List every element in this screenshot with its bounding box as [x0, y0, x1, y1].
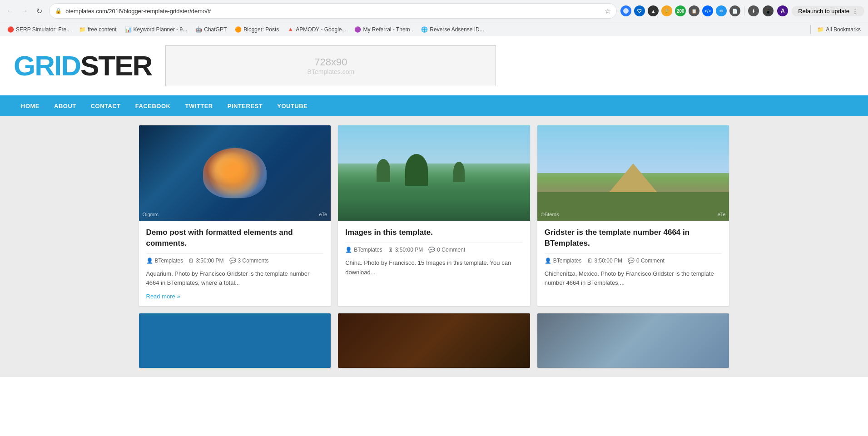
ad-size-text: 728x90 [314, 56, 347, 68]
bookmark-star-button[interactable]: ☆ [605, 7, 611, 15]
relaunch-menu-icon: ⋮ [852, 8, 858, 15]
bookmark-keyword-label: Keyword Planner - 9... [134, 26, 188, 33]
post-meta-2: 👤 BTemplates 🗓 3:50:00 PM 💬 0 Comment [345, 243, 523, 253]
nav-home[interactable]: HOME [14, 95, 47, 116]
post-meta-1: 👤 BTemplates 🗓 3:50:00 PM 💬 3 Comments [146, 253, 324, 264]
bookmark-chatgpt[interactable]: 🤖 ChatGPT [192, 25, 230, 34]
nav-about[interactable]: ABOUT [47, 95, 84, 116]
post-excerpt-1: Aquarium. Photo by Francisco.Gridster is… [146, 269, 324, 288]
post-card-1: eTe Oigmrc Demo post with formatted elem… [139, 125, 331, 306]
browser-toolbar: ← → ↻ 🔒 ☆ 🛡 ▲ 🔒 200 📋 [0, 0, 868, 22]
back-button[interactable]: ← [4, 5, 16, 17]
bookmarks-separator [810, 25, 811, 34]
bookmark-blogger-label: Blogger: Posts [243, 26, 279, 33]
extension-icon-9[interactable]: 📄 [729, 5, 740, 16]
browser-chrome: ← → ↻ 🔒 ☆ 🛡 ▲ 🔒 200 📋 [0, 0, 868, 36]
forward-button[interactable]: → [18, 5, 31, 17]
bookmark-serp[interactable]: 🔴 SERP Simulator: Fre... [4, 25, 74, 34]
site-logo: GRIDSTER [14, 52, 152, 80]
post-meta-3: 👤 BTemplates 🗓 3:50:00 PM 💬 0 Comment [545, 253, 722, 264]
post-image-1: eTe Oigmrc [139, 125, 331, 221]
post-image-5 [338, 313, 530, 368]
all-bookmarks-label: All Bookmarks [826, 26, 861, 33]
post-time-3: 🗓 3:50:00 PM [587, 258, 622, 264]
bookmarks-right: 📁 All Bookmarks [810, 25, 864, 34]
clock-icon-1: 🗓 [188, 258, 194, 264]
person-icon-1: 👤 [146, 258, 153, 264]
post-title-2: Images in this template. [345, 227, 523, 238]
browser-extension-icons: 🛡 ▲ 🔒 200 📋 </> ✉ 📄 [620, 5, 740, 16]
read-more-1[interactable]: Read more » [146, 293, 180, 300]
bookmark-reverse-label: Reverse Adsense ID... [430, 26, 484, 33]
post-comments-2: 💬 0 Comment [428, 247, 465, 253]
relaunch-button[interactable]: Relaunch to update ⋮ [792, 6, 864, 16]
bookmark-apmody-label: APMODY - Google... [296, 26, 346, 33]
bookmark-free-content-label: free content [88, 26, 116, 33]
address-input[interactable] [65, 8, 601, 15]
post-image-4 [139, 313, 331, 368]
referral-favicon: 🟣 [354, 26, 361, 33]
svg-point-0 [623, 8, 629, 14]
keyword-favicon: 📊 [125, 26, 132, 33]
clock-icon-2: 🗓 [388, 247, 393, 253]
nav-twitter[interactable]: TWITTER [178, 95, 220, 116]
extension-icon-6[interactable]: 📋 [689, 5, 699, 16]
download-icon[interactable]: ⬇ [748, 5, 759, 16]
post-time-2: 🗓 3:50:00 PM [388, 247, 423, 253]
ad-banner: 728x90 BTemplates.com [165, 45, 496, 86]
apmody-favicon: 🔺 [287, 26, 294, 33]
comment-icon-1: 💬 [229, 258, 236, 264]
post-excerpt-3: Chichenitza, Mexico. Photo by Francisco.… [545, 269, 722, 288]
extension-icon-5[interactable]: 200 [675, 5, 686, 16]
site-header: GRIDSTER 728x90 BTemplates.com [0, 36, 868, 95]
post-body-3: Gridster is the template number 4664 in … [537, 221, 729, 299]
post-author-2: 👤 BTemplates [345, 247, 382, 253]
post-image-6 [537, 313, 729, 368]
bookmark-blogger[interactable]: 🟠 Blogger: Posts [231, 25, 283, 34]
nav-facebook[interactable]: FACEBOOK [128, 95, 178, 116]
blogger-favicon: 🟠 [235, 26, 242, 33]
post-card-3: eTe ©Bterds Gridster is the template num… [537, 125, 729, 306]
nav-pinterest[interactable]: PINTEREST [220, 95, 270, 116]
address-bar-container: 🔒 ☆ [49, 3, 617, 19]
post-card-2: Images in this template. 👤 BTemplates 🗓 … [338, 125, 530, 306]
profile-icon[interactable]: A [777, 5, 788, 16]
extension-icon-3[interactable]: ▲ [648, 5, 659, 16]
nav-youtube[interactable]: YOUTUBE [270, 95, 315, 116]
nav-buttons: ← → ↻ [4, 5, 45, 17]
logo-grid-text: GRID [14, 50, 80, 81]
tablet-icon[interactable]: 📱 [763, 5, 774, 16]
nav-contact[interactable]: CONTACT [84, 95, 128, 116]
post-time-1: 🗓 3:50:00 PM [188, 258, 223, 264]
post-author-1: 👤 BTemplates [146, 258, 184, 264]
comment-icon-3: 💬 [628, 258, 635, 264]
logo-ster-text: STER [80, 50, 152, 81]
reverse-favicon: 🌐 [421, 26, 428, 33]
post-author-3: 👤 BTemplates [545, 258, 582, 264]
post-image-2 [338, 125, 530, 221]
refresh-button[interactable]: ↻ [33, 5, 45, 17]
main-content: eTe Oigmrc Demo post with formatted elem… [0, 116, 868, 377]
post-card-5 [338, 313, 530, 368]
all-bookmarks-button[interactable]: 📁 All Bookmarks [813, 25, 864, 34]
chatgpt-favicon: 🤖 [195, 26, 202, 33]
toolbar-separator [744, 6, 744, 15]
relaunch-label: Relaunch to update [798, 8, 849, 15]
comment-icon-2: 💬 [428, 247, 435, 253]
extension-icon-8[interactable]: ✉ [716, 5, 727, 16]
bookmark-free-content[interactable]: 📁 free content [75, 25, 120, 34]
extension-icon-4[interactable]: 🔒 [661, 5, 672, 16]
person-icon-3: 👤 [545, 258, 551, 264]
bookmark-keyword-planner[interactable]: 📊 Keyword Planner - 9... [121, 25, 191, 34]
site-nav: HOME ABOUT CONTACT FACEBOOK TWITTER PINT… [0, 95, 868, 116]
extension-icon-1[interactable] [620, 5, 631, 16]
bookmark-referral-label: My Referral - Them . [363, 26, 413, 33]
post-comments-1: 💬 3 Comments [229, 258, 269, 264]
extension-icon-2[interactable]: 🛡 [634, 5, 645, 16]
bookmark-apmody[interactable]: 🔺 APMODY - Google... [283, 25, 350, 34]
bookmark-referral[interactable]: 🟣 My Referral - Them . [351, 25, 417, 34]
extension-icon-7[interactable]: </> [702, 5, 713, 16]
bookmarks-bar: 🔴 SERP Simulator: Fre... 📁 free content … [0, 22, 868, 36]
bookmark-reverse[interactable]: 🌐 Reverse Adsense ID... [417, 25, 487, 34]
website-container: GRIDSTER 728x90 BTemplates.com HOME ABOU… [0, 36, 868, 436]
